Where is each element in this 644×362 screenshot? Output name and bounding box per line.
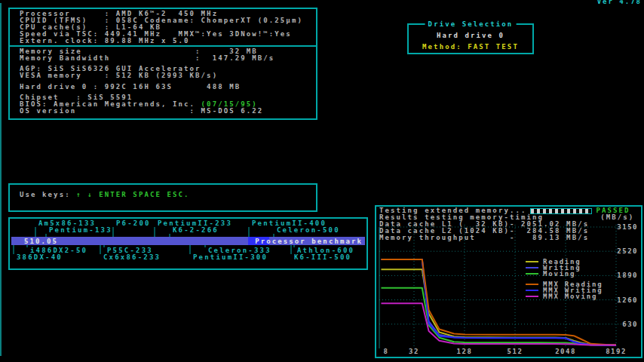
method-label: Method: <box>422 43 468 51</box>
x-tick-label: 2048 <box>555 348 576 355</box>
x-tick-label: 32 <box>409 348 419 355</box>
series-mmx-writing <box>381 259 616 345</box>
keyboard-hint-panel: Use keys: ↑ ↓ ENTER SPACE ESC. <box>8 183 317 212</box>
benchmark-score: 510.05 <box>24 238 58 245</box>
keys-list: ↑ ↓ ENTER SPACE ESC. <box>76 191 189 198</box>
method-value: FAST TEST <box>468 43 519 51</box>
version-label: Ver 4.78 <box>597 0 642 5</box>
ref-cpu-label: PentiumII-300 <box>193 253 268 261</box>
info-row-extern-clock: Extern. clock: 89.88 MHz x 5.0 <box>20 38 316 44</box>
benchmark-title: Processor benchmark <box>255 238 363 245</box>
system-info-panel: Processor : AMD K6™-2 450 MHz CPUID (TFM… <box>8 8 317 120</box>
x-tick-label: 8192 <box>606 348 627 355</box>
y-tick-label: 630 <box>622 321 638 328</box>
info-row-memory-bandwidth: Memory Bandwidth : 147.29 MB/s <box>20 55 316 62</box>
section-divider <box>10 45 316 47</box>
selected-drive[interactable]: Hard drive 0 <box>409 32 532 39</box>
legend-label: Moving <box>543 270 575 278</box>
series-writing <box>381 259 616 345</box>
ref-cpu-label: P6-200 <box>116 219 151 227</box>
processor-benchmark-panel: 510.05Processor benchmarkAm5x86-133P6-20… <box>8 217 368 270</box>
ref-cpu-label: Pentium-133 <box>49 226 112 234</box>
ref-cpu-label: 386DX-40 <box>17 253 63 261</box>
x-tick-label: 128 <box>457 348 473 355</box>
info-row-vesa: VESA memory : 512 KB (2993 KB/s) <box>20 72 316 79</box>
memory-chart-panel: 832128512204881926301260189025203150Read… <box>375 205 642 358</box>
drive-selection-panel[interactable]: Drive Selection Hard drive 0 Method: FAS… <box>407 23 534 54</box>
x-tick-label: 8 <box>384 348 389 355</box>
y-tick-label: 1260 <box>617 296 638 304</box>
drive-selection-title: Drive Selection <box>425 20 517 28</box>
test-method[interactable]: Method: FAST TEST <box>409 43 532 51</box>
ref-cpu-label: Celeron-500 <box>277 226 340 234</box>
ref-cpu-label: K6-III-500 <box>294 253 351 261</box>
info-row-hard-drive: Hard drive 0 : 992C 16H 63S 488 MB <box>20 84 316 90</box>
screen-edge-line <box>0 3 2 356</box>
legend-label: MMX Moving <box>543 293 597 300</box>
benchmark-ladder: 510.05Processor benchmarkAm5x86-133P6-20… <box>8 217 368 270</box>
y-tick-label: 1890 <box>617 272 638 279</box>
ref-cpu-label: Cx6x86-233 <box>103 253 161 261</box>
x-tick-label: 512 <box>508 348 523 355</box>
keys-prefix: Use keys: <box>20 191 76 198</box>
speedsys-screen: Ver 4.78 Processor : AMD K6™-2 450 MHz C… <box>0 0 644 362</box>
y-tick-label: 2520 <box>617 247 638 255</box>
ref-cpu-label: K6-2-266 <box>173 226 219 234</box>
info-row-os: OS version : MS-DOS 6.22 <box>20 108 316 115</box>
memory-test-results: Testing extended memory...PASSED Results… <box>379 207 634 241</box>
result-row-throughput: Memory throughput - 89.13 MB/s <box>379 235 634 241</box>
series-mmx-reading <box>381 259 616 345</box>
